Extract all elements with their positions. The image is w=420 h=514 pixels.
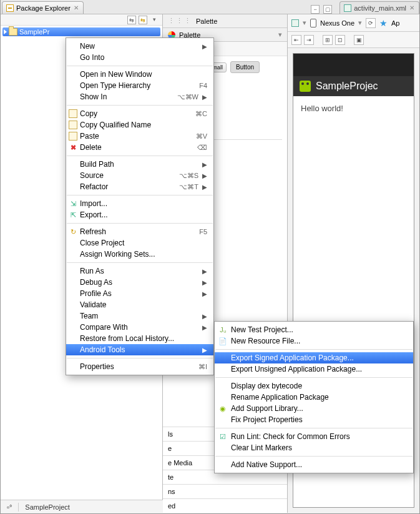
chevron-down-icon[interactable]: ▾	[278, 31, 282, 39]
menu-delete[interactable]: ✖Delete⌫	[66, 142, 213, 153]
submenu-clear-lint[interactable]: Clear Lint Markers	[215, 442, 413, 453]
device-icon	[310, 19, 316, 27]
link-editor-icon[interactable]: ⇆	[139, 16, 147, 24]
menu-new[interactable]: New▶	[66, 41, 213, 52]
collapse-all-icon[interactable]: ⇆	[127, 16, 136, 24]
device-select[interactable]: Nexus One	[320, 19, 354, 27]
preview-config-toolbar: ▾ Nexus One ▾ ⟳ ★ Ap	[288, 14, 419, 32]
menu-separator	[215, 456, 413, 457]
menu-debug-as[interactable]: Debug As▶	[66, 277, 213, 288]
menu-profile-as[interactable]: Profile As▶	[66, 288, 213, 299]
android-launcher-icon	[300, 81, 311, 92]
menu-separator	[67, 156, 213, 156]
project-folder-icon	[9, 28, 17, 36]
disclosure-icon[interactable]	[4, 29, 7, 34]
dropdown-icon[interactable]: ▾	[358, 19, 362, 27]
menu-separator	[215, 349, 413, 350]
config-icon[interactable]	[291, 19, 299, 27]
menu-copy[interactable]: Copy⌘C	[66, 108, 213, 119]
hello-world-text: Hello world!	[301, 104, 343, 113]
menu-separator	[67, 105, 213, 106]
preview-zoom-toolbar: ⇤ ⇥ ⊞ ⊡ ▣	[288, 32, 419, 48]
device-statusbar	[293, 54, 414, 76]
submenu-add-native[interactable]: Add Native Support...	[215, 459, 413, 470]
menu-close-project[interactable]: Close Project	[66, 237, 213, 249]
submenu-rename-package[interactable]: Rename Application Package	[215, 392, 413, 403]
submenu-new-resource-file[interactable]: 📄New Resource File...	[215, 335, 413, 347]
refresh-icon: ↻	[69, 227, 77, 236]
menu-copy-qualified[interactable]: Copy Qualified Name	[66, 119, 213, 131]
menu-compare-with[interactable]: Compare With▶	[66, 322, 213, 333]
palette-category[interactable]: ed	[163, 498, 287, 513]
dropdown-icon[interactable]: ▾	[303, 19, 306, 27]
android-tools-submenu: JᵤNew Test Project... 📄New Resource File…	[214, 321, 414, 473]
menu-run-as[interactable]: Run As▶	[66, 265, 213, 277]
menu-team[interactable]: Team▶	[66, 310, 213, 322]
android-icon: ◉	[218, 404, 227, 413]
align-icon[interactable]: ⇤	[291, 35, 301, 45]
palette-title: Palette	[196, 17, 217, 25]
menu-paste[interactable]: Paste⌘V	[66, 131, 213, 142]
menu-separator	[215, 428, 413, 428]
align-icon[interactable]: ⇥	[304, 35, 314, 45]
submenu-export-unsigned[interactable]: Export Unsigned Application Package...	[215, 363, 413, 375]
project-node[interactable]: SamplePr	[2, 27, 160, 36]
xml-file-icon: 📄	[218, 337, 227, 345]
submenu-new-test-project[interactable]: JᵤNew Test Project...	[215, 324, 413, 335]
minimize-icon[interactable]: −	[311, 5, 320, 14]
menu-validate[interactable]: Validate	[66, 299, 213, 310]
grip-icon: ⋮⋮⋮	[168, 17, 192, 25]
menu-build-path[interactable]: Build Path▶	[66, 159, 213, 170]
menu-properties[interactable]: Properties⌘I	[66, 361, 213, 372]
view-menu-icon[interactable]: ▾	[150, 16, 159, 24]
submenu-display-dex[interactable]: Display dex bytecode	[215, 380, 413, 392]
menu-source[interactable]: Source⌥⌘S▶	[66, 170, 213, 181]
xml-file-icon	[344, 4, 351, 12]
zoom-icon[interactable]: ⊞	[323, 35, 333, 45]
menu-separator	[215, 377, 413, 378]
menu-restore-local-history[interactable]: Restore from Local History...	[66, 333, 213, 344]
clip-icon[interactable]: ▣	[354, 35, 364, 45]
app-theme-label[interactable]: Ap	[391, 19, 399, 27]
menu-separator	[67, 262, 213, 263]
menu-assign-working-sets[interactable]: Assign Working Sets...	[66, 249, 213, 260]
project-context-menu: New▶ Go Into Open in New Window Open Typ…	[66, 37, 214, 375]
views-tab-bar: Package Explorer ✕ − ▢ activity_main.xml…	[1, 0, 419, 14]
menu-separator	[67, 66, 213, 66]
divider	[18, 503, 19, 512]
status-line: ▫° SampleProject	[1, 500, 163, 513]
menu-open-new-window[interactable]: Open in New Window	[66, 69, 213, 80]
tab-label: activity_main.xml	[354, 4, 406, 12]
close-icon[interactable]: ✕	[73, 5, 79, 11]
delete-icon: ✖	[69, 143, 77, 152]
palette-header: ⋮⋮⋮ Palette	[163, 14, 287, 28]
menu-export[interactable]: ⇱Export...	[66, 209, 213, 220]
menu-separator	[67, 195, 213, 195]
menu-open-type-hierarchy[interactable]: Open Type HierarchyF4	[66, 80, 213, 91]
theme-star-icon[interactable]: ★	[379, 18, 388, 28]
package-explorer-tab[interactable]: Package Explorer ✕	[2, 1, 84, 14]
submenu-add-support-library[interactable]: ◉Add Support Library...	[215, 403, 413, 414]
close-icon[interactable]: ✕	[409, 5, 415, 11]
submenu-fix-project[interactable]: Fix Project Properties	[215, 414, 413, 425]
project-label: SamplePr	[19, 28, 49, 36]
editor-tab[interactable]: activity_main.xml ✕	[339, 1, 419, 14]
submenu-run-lint[interactable]: ☑Run Lint: Check for Common Errors	[215, 431, 413, 442]
zoom-icon[interactable]: ⊡	[335, 35, 345, 45]
button-widget[interactable]: Button	[230, 61, 260, 73]
menu-show-in[interactable]: Show In⌥⌘W▶	[66, 91, 213, 102]
device-titlebar: SampleProjec	[293, 76, 414, 96]
submenu-export-signed[interactable]: Export Signed Application Package...	[215, 352, 413, 363]
menu-go-into[interactable]: Go Into	[66, 52, 213, 63]
menu-refresh[interactable]: ↻RefreshF5	[66, 226, 213, 237]
menu-import[interactable]: ⇲Import...	[66, 198, 213, 209]
menu-refactor[interactable]: Refactor⌥⌘T▶	[66, 181, 213, 192]
view-local-toolbar: ⇆ ⇆ ▾	[1, 14, 162, 26]
menu-android-tools[interactable]: Android Tools▶	[66, 344, 213, 355]
maximize-icon[interactable]: ▢	[323, 5, 332, 14]
app-title: SampleProjec	[316, 81, 378, 92]
palette-category[interactable]: ns	[163, 484, 287, 498]
export-icon: ⇱	[69, 210, 77, 219]
orientation-icon[interactable]: ⟳	[366, 18, 376, 28]
menu-separator	[67, 223, 213, 224]
